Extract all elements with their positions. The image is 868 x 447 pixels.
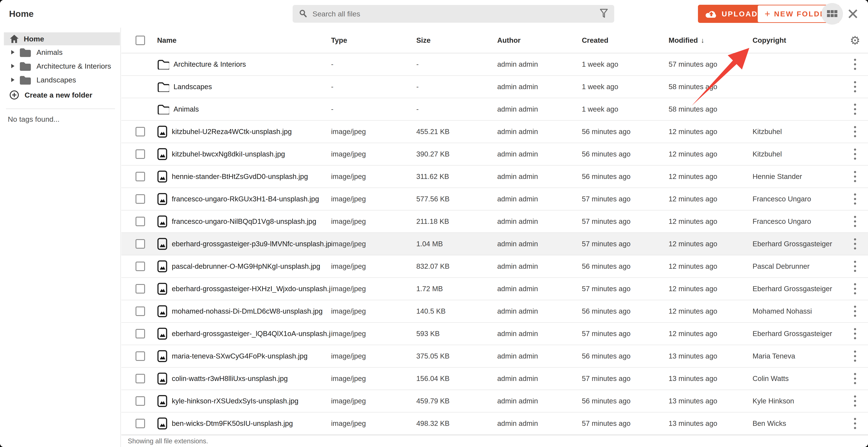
type-cell: image/jpeg xyxy=(331,262,416,270)
sidebar-folder-item[interactable]: Animals xyxy=(0,45,121,59)
row-checkbox[interactable] xyxy=(135,149,145,159)
row-checkbox[interactable] xyxy=(135,351,145,361)
kebab-menu-icon[interactable] xyxy=(852,416,858,431)
row-checkbox[interactable] xyxy=(135,262,145,271)
kebab-menu-icon[interactable] xyxy=(852,259,858,274)
type-cell: image/jpeg xyxy=(331,419,416,427)
search-box[interactable] xyxy=(292,5,614,23)
table-row[interactable]: pascal-debrunner-O-MG9HpNKgI-unsplash.jp… xyxy=(121,255,868,278)
row-checkbox[interactable] xyxy=(135,374,145,383)
sidebar-folder-item[interactable]: Architecture & Interiors xyxy=(0,59,121,73)
kebab-menu-icon[interactable] xyxy=(852,214,858,229)
row-checkbox[interactable] xyxy=(135,172,145,181)
kebab-menu-icon[interactable] xyxy=(852,393,858,409)
row-checkbox[interactable] xyxy=(135,306,145,316)
table-row[interactable]: Architecture & Interiors--admin admin1 w… xyxy=(121,53,868,76)
sidebar: Home AnimalsArchitecture & InteriorsLand… xyxy=(0,28,121,447)
column-header-name[interactable]: Name xyxy=(157,36,331,44)
expand-caret-icon[interactable] xyxy=(11,64,14,68)
row-checkbox[interactable] xyxy=(135,329,145,338)
kebab-menu-icon[interactable] xyxy=(852,79,858,94)
author-cell: admin admin xyxy=(497,262,582,270)
modified-cell: 12 minutes ago xyxy=(669,307,752,315)
kebab-menu-icon[interactable] xyxy=(852,146,858,162)
row-checkbox[interactable] xyxy=(135,217,145,226)
table-row[interactable]: francesco-ungaro-RkGUx3H1-B4-unsplash.jp… xyxy=(121,188,868,210)
folder-icon xyxy=(157,59,169,69)
author-cell: admin admin xyxy=(497,330,582,338)
page-title: Home xyxy=(9,0,34,28)
copyright-cell: Ben Wicks xyxy=(752,419,842,427)
table-row[interactable]: kyle-hinkson-rXSUedxSyIs-unsplash.jpgima… xyxy=(121,390,868,413)
type-cell: image/jpeg xyxy=(331,195,416,203)
kebab-menu-icon[interactable] xyxy=(852,191,858,207)
create-folder-button[interactable]: Create a new folder xyxy=(0,89,121,101)
table-row[interactable]: eberhard-grossgasteiger-_lQB4QlX1oA-unsp… xyxy=(121,323,868,345)
top-bar: Home UPLOAD... + NEW FOLDER xyxy=(0,0,868,28)
row-checkbox[interactable] xyxy=(135,284,145,294)
table-body: Architecture & Interiors--admin admin1 w… xyxy=(121,53,868,435)
kebab-menu-icon[interactable] xyxy=(852,371,858,386)
expand-caret-icon[interactable] xyxy=(11,50,14,54)
size-cell: 375.05 KB xyxy=(416,352,497,360)
select-all-checkbox[interactable] xyxy=(135,36,145,45)
table-row[interactable]: eberhard-grossgasteiger-p3u9-lMVNfc-unsp… xyxy=(121,233,868,255)
column-header-created[interactable]: Created xyxy=(582,36,669,44)
table-row[interactable]: eberhard-grossgasteiger-HXHzI_Wjxdo-unsp… xyxy=(121,278,868,300)
type-cell: - xyxy=(331,105,416,113)
kebab-menu-icon[interactable] xyxy=(852,281,858,297)
kebab-menu-icon[interactable] xyxy=(852,236,858,252)
copyright-cell: Hennie Stander xyxy=(752,173,842,181)
copyright-cell: Francesco Ungaro xyxy=(752,217,842,226)
created-cell: 57 minutes ago xyxy=(582,285,669,293)
row-checkbox[interactable] xyxy=(135,396,145,406)
sidebar-folder-item[interactable]: Landscapes xyxy=(0,73,121,87)
sidebar-folder-label: Landscapes xyxy=(36,76,76,84)
modified-cell: 12 minutes ago xyxy=(669,150,752,158)
column-header-modified[interactable]: Modified↓ xyxy=(669,36,752,44)
kebab-menu-icon[interactable] xyxy=(852,326,858,341)
kebab-menu-icon[interactable] xyxy=(852,348,858,364)
type-cell: image/jpeg xyxy=(331,240,416,248)
author-cell: admin admin xyxy=(497,375,582,383)
file-name: hennie-stander-BtHtZsGvdD0-unsplash.jpg xyxy=(172,173,308,181)
table-row[interactable]: kitzbuhel-U2Reza4WCtk-unsplash.jpgimage/… xyxy=(121,121,868,143)
copyright-cell: Kitzbuhel xyxy=(752,150,842,158)
column-header-size[interactable]: Size xyxy=(416,36,497,44)
table-row[interactable]: Animals--admin admin1 week ago58 minutes… xyxy=(121,98,868,121)
close-button[interactable] xyxy=(845,6,861,22)
table-row[interactable]: mohamed-nohassi-Di-DmLD6cW8-unsplash.jpg… xyxy=(121,300,868,323)
grid-view-toggle[interactable] xyxy=(822,3,843,25)
row-checkbox[interactable] xyxy=(135,239,145,249)
copyright-cell: Eberhard Grossgasteiger xyxy=(752,240,842,248)
expand-caret-icon[interactable] xyxy=(11,78,14,82)
column-header-author[interactable]: Author xyxy=(497,36,582,44)
author-cell: admin admin xyxy=(497,307,582,315)
table-row[interactable]: colin-watts-r3wH8lliUxs-unsplash.jpgimag… xyxy=(121,367,868,390)
column-settings-button[interactable]: ⚙ xyxy=(842,34,868,46)
table-row[interactable]: maria-teneva-SXwCyG4FoPk-unsplash.jpgima… xyxy=(121,345,868,367)
sidebar-item-home[interactable]: Home xyxy=(4,32,120,45)
author-cell: admin admin xyxy=(497,60,582,68)
column-header-copyright[interactable]: Copyright xyxy=(752,36,842,44)
search-input[interactable] xyxy=(312,9,599,18)
kebab-menu-icon[interactable] xyxy=(852,124,858,140)
extensions-status-text: Showing all file extensions. xyxy=(128,437,208,445)
table-row[interactable]: Landscapes--admin admin1 week ago58 minu… xyxy=(121,76,868,98)
kebab-menu-icon[interactable] xyxy=(852,169,858,184)
table-row[interactable]: francesco-ungaro-NilBQqD1Vg8-unsplash.jp… xyxy=(121,210,868,233)
created-cell: 56 minutes ago xyxy=(582,127,669,136)
table-row[interactable]: kitzbuhel-bwcxNg8dkiI-unsplash.jpgimage/… xyxy=(121,143,868,166)
filter-icon[interactable] xyxy=(599,9,608,19)
kebab-menu-icon[interactable] xyxy=(852,57,858,72)
image-file-icon xyxy=(157,417,167,430)
kebab-menu-icon[interactable] xyxy=(852,303,858,319)
column-header-type[interactable]: Type xyxy=(331,36,416,44)
row-checkbox[interactable] xyxy=(135,127,145,137)
table-row[interactable]: ben-wicks-Dtm9FK50sIU-unsplash.jpgimage/… xyxy=(121,413,868,435)
kebab-menu-icon[interactable] xyxy=(852,101,858,117)
copyright-cell: Mohamed Nohassi xyxy=(752,307,842,315)
row-checkbox[interactable] xyxy=(135,194,145,204)
row-checkbox[interactable] xyxy=(135,419,145,428)
table-row[interactable]: hennie-stander-BtHtZsGvdD0-unsplash.jpgi… xyxy=(121,166,868,188)
